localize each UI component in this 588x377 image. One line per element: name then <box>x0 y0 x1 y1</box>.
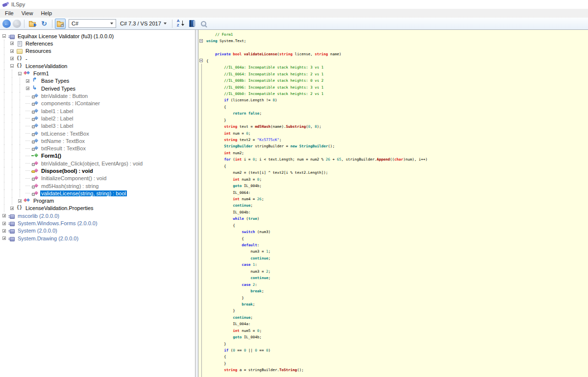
tree-item[interactable]: label3 : Label <box>0 122 195 130</box>
expand-icon[interactable] <box>2 236 6 240</box>
collapse-icon[interactable] <box>18 72 22 75</box>
tree-item[interactable]: Derived Types <box>0 85 195 92</box>
language-select[interactable]: C# <box>69 19 116 28</box>
tree-item[interactable]: LicenseValidation <box>0 62 195 70</box>
tree-item[interactable]: txtName : TextBox <box>0 137 195 144</box>
tree-item[interactable]: System.Drawing (2.0.0.0) <box>0 235 195 242</box>
expand-icon[interactable] <box>2 214 6 217</box>
tree-expander[interactable] <box>8 40 16 47</box>
assembly-tree[interactable]: Equihax License Validator (fu3) (1.0.0.0… <box>0 30 196 377</box>
tree-expander[interactable] <box>16 70 24 77</box>
tree-expander[interactable] <box>0 235 8 242</box>
methodk-icon <box>31 167 39 174</box>
tree-item[interactable]: label2 : Label <box>0 115 195 122</box>
reload-button[interactable]: ↻ <box>39 19 49 29</box>
tree-expander[interactable] <box>8 205 16 212</box>
forward-arrow-icon: → <box>15 21 20 26</box>
code-line: } <box>206 360 588 367</box>
tree-expander[interactable] <box>0 227 8 235</box>
decompiled-code-editor[interactable]: // Form1using System.Text; private bool … <box>198 30 588 377</box>
expand-icon[interactable] <box>26 79 29 83</box>
tree-item[interactable]: InitializeComponent() : void <box>0 175 195 182</box>
tree-expander[interactable] <box>0 219 8 227</box>
code-token: ( <box>228 348 233 353</box>
expand-icon[interactable] <box>18 199 22 203</box>
code-line: //IL_008b: Incompatible stack heights: 0… <box>206 77 588 84</box>
tree-guide-line <box>0 152 8 160</box>
method-icon <box>31 160 39 167</box>
tree-item[interactable]: validateLicense(string, string) : bool <box>0 189 195 197</box>
menu-file[interactable]: File <box>1 9 18 18</box>
tree-item[interactable]: Dispose(bool) : void <box>0 167 195 174</box>
tree-expander[interactable] <box>16 197 24 205</box>
tree-item[interactable]: System.Windows.Forms (2.0.0.0) <box>0 219 195 227</box>
code-token <box>206 131 224 136</box>
tree-item[interactable]: Base Types <box>0 77 195 85</box>
collapse-icon[interactable] <box>2 34 6 38</box>
code-token: )num), i++) <box>403 157 428 162</box>
code-token: } <box>206 118 226 122</box>
version-select[interactable]: C# 7.3 / VS 2017 <box>117 19 170 28</box>
expand-icon[interactable] <box>10 57 14 60</box>
tree-guide-line <box>8 175 16 182</box>
tree-expander[interactable] <box>8 55 16 62</box>
tree-item[interactable]: Form1 <box>0 70 195 77</box>
fold-collapse-icon[interactable] <box>199 39 203 43</box>
tree-item-label: mscorlib (2.0.0.0) <box>17 213 60 219</box>
code-line: //IL_0096: Incompatible stack heights: 3… <box>206 84 588 91</box>
tree-guide-line <box>0 55 8 62</box>
expand-icon[interactable] <box>26 87 29 90</box>
expand-icon[interactable] <box>2 222 6 225</box>
field-icon <box>31 130 39 137</box>
toolbar-separator <box>52 20 52 28</box>
back-button[interactable]: ← <box>2 20 11 28</box>
code-token: 26 <box>326 157 330 162</box>
tree-item[interactable]: System (2.0.0.0) <box>0 227 195 235</box>
expand-icon[interactable] <box>2 229 6 233</box>
tree-expander[interactable] <box>8 47 16 55</box>
tree-expander[interactable] <box>24 85 31 92</box>
code-token: (); <box>297 368 304 372</box>
tree-item[interactable]: Form1() <box>0 152 195 160</box>
tree-item[interactable]: label1 : Label <box>0 107 195 115</box>
tree-item[interactable]: Equihax License Validator (fu3) (1.0.0.0… <box>0 32 195 40</box>
tree-expander[interactable] <box>0 212 8 219</box>
code-token: //IL_008b: Incompatible stack heights: 0… <box>224 78 323 83</box>
expand-icon[interactable] <box>10 49 14 53</box>
tree-item[interactable]: Program <box>0 197 195 205</box>
open-from-gac-button[interactable] <box>55 19 66 29</box>
tree-expander[interactable] <box>24 77 31 85</box>
search-button[interactable] <box>198 19 209 29</box>
fold-collapse-icon[interactable] <box>199 59 203 62</box>
code-token: int <box>233 197 240 201</box>
tree-item[interactable]: Resources <box>0 47 195 55</box>
tree-item[interactable]: txtLicense : TextBox <box>0 130 195 137</box>
tree-expander[interactable] <box>0 32 8 40</box>
collapse-icon[interactable] <box>10 64 14 68</box>
tree-item[interactable]: References <box>0 40 195 47</box>
open-button[interactable] <box>27 19 38 29</box>
tree-item[interactable]: components : IContainer <box>0 100 195 107</box>
tree-item[interactable]: - <box>0 55 195 62</box>
tree-item[interactable]: txtResult : TextBox <box>0 144 195 152</box>
code-token: continue <box>233 315 250 320</box>
forward-button[interactable]: → <box>13 20 21 28</box>
tree-item[interactable]: LicenseValidation.Properties <box>0 205 195 212</box>
tree-expander[interactable] <box>8 62 16 70</box>
tree-item[interactable]: btnValidate_Click(object, EventArgs) : v… <box>0 160 195 167</box>
assembly-list-button[interactable] <box>187 19 197 29</box>
menu-help[interactable]: Help <box>37 9 56 18</box>
tree-item[interactable]: md5Hash(string) : string <box>0 182 195 189</box>
code-token <box>206 230 242 234</box>
tree-item-label: Resources <box>24 48 52 54</box>
tree-item[interactable]: btnValidate : Button <box>0 92 195 99</box>
tree-item[interactable]: mscorlib (2.0.0.0) <box>0 212 195 219</box>
code-token: // Form1 <box>215 32 233 37</box>
code-token: ; <box>248 131 251 136</box>
sort-assemblies-button[interactable] <box>175 19 186 29</box>
expand-icon[interactable] <box>10 207 14 210</box>
code-token: //IL_00b0: Incompatible stack heights: 2… <box>224 92 323 96</box>
menu-view[interactable]: View <box>18 9 37 18</box>
asm-icon <box>8 220 15 227</box>
expand-icon[interactable] <box>10 42 14 45</box>
